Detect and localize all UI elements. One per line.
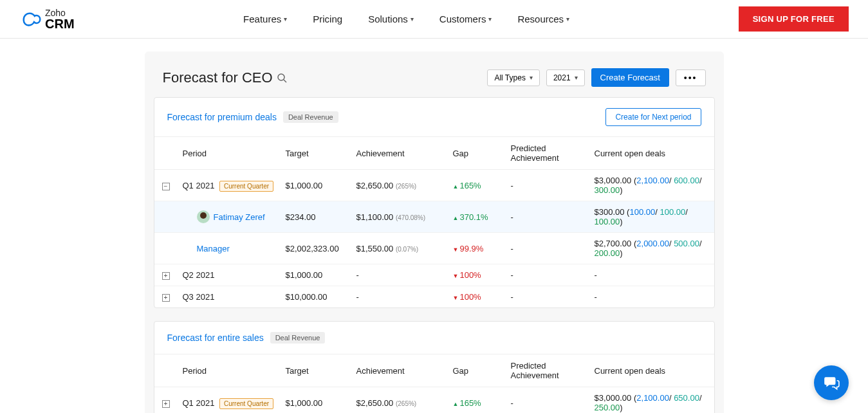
column-header: Target	[281, 137, 351, 170]
predicted-value: -	[506, 233, 589, 264]
chevron-down-icon: ▾	[575, 74, 578, 81]
achievement-pct: (0.07%)	[396, 246, 418, 253]
table-row: +Q1 2021 Current Quarter$1,000.00$2,650.…	[154, 387, 714, 414]
open-deal-part[interactable]: 2,100.00	[636, 176, 669, 185]
open-deals-value: $3,000.00 (2,100.00/ 600.00/ 300.00)	[589, 170, 714, 201]
open-deal-part[interactable]: 2,000.00	[636, 239, 669, 248]
chat-fab[interactable]	[814, 365, 849, 400]
open-deal-part[interactable]: 100.00	[660, 207, 685, 217]
column-header: Achievement	[351, 137, 448, 170]
target-value: $1,000.00	[281, 387, 351, 414]
nav-pricing[interactable]: Pricing	[313, 14, 342, 24]
predicted-value: -	[506, 264, 589, 286]
table-row: Fatimay Zeref$234.00$1,100.00 (470.08%) …	[154, 201, 714, 233]
column-header: Target	[281, 354, 351, 387]
table-row: Manager$2,002,323.00$1,550.00 (0.07%) 99…	[154, 233, 714, 264]
target-value: $10,000.00	[281, 286, 351, 308]
nav-customers[interactable]: Customers▾	[439, 14, 492, 24]
nav-links: Features▾ Pricing Solutions▾ Customers▾ …	[243, 14, 569, 24]
column-header: Current open deals	[589, 354, 714, 387]
open-deal-part[interactable]: 100.00	[595, 217, 620, 226]
card-title[interactable]: Forecast for premium deals	[167, 112, 277, 122]
forecast-card: Forecast for premium dealsDeal RevenueCr…	[154, 97, 715, 308]
period-label: Q1 2021	[183, 181, 215, 190]
collapse-icon[interactable]: −	[162, 183, 170, 190]
expand-icon[interactable]: +	[162, 400, 170, 408]
period-label: Q2 2021	[183, 270, 215, 280]
chevron-down-icon: ▾	[488, 15, 492, 23]
open-deal-part[interactable]: 600.00	[674, 176, 699, 185]
person-link[interactable]: Fatimay Zeref	[214, 212, 265, 222]
chevron-down-icon: ▾	[284, 15, 287, 23]
column-header: Predicted Achievement	[506, 137, 589, 170]
gap-value: 100%	[453, 292, 481, 302]
manager-link[interactable]: Manager	[197, 244, 230, 253]
card-title[interactable]: Forecast for entire sales	[167, 333, 264, 343]
open-deal-part[interactable]: 200.00	[595, 248, 620, 258]
chevron-down-icon: ▾	[411, 15, 414, 23]
open-deal-part[interactable]: 500.00	[674, 239, 699, 248]
filter-type-dropdown[interactable]: All Types▾	[487, 69, 539, 86]
arrow-up-icon	[453, 212, 459, 222]
predicted-value: -	[506, 387, 589, 414]
expand-icon[interactable]: +	[162, 294, 170, 302]
achievement-value: -	[351, 286, 448, 308]
predicted-value: -	[506, 170, 589, 201]
column-header: Period	[178, 354, 281, 387]
arrow-up-icon	[453, 181, 459, 190]
gap-value: 165%	[453, 398, 481, 408]
signup-button[interactable]: SIGN UP FOR FREE	[739, 6, 849, 32]
nav-resources[interactable]: Resources▾	[517, 14, 569, 24]
achievement-value: $2,650.00 (265%)	[351, 170, 448, 201]
gap-value: 370.1%	[453, 212, 488, 222]
target-value: $2,002,323.00	[281, 233, 351, 264]
column-header: Predicted Achievement	[506, 354, 589, 387]
chevron-down-icon: ▾	[566, 15, 569, 23]
forecast-card: Forecast for entire salesDeal RevenuePer…	[154, 321, 715, 413]
forecast-table: PeriodTargetAchievementGapPredicted Achi…	[154, 354, 714, 413]
more-menu-button[interactable]: •••	[676, 69, 706, 86]
open-deal-part[interactable]: 300.00	[595, 185, 620, 195]
column-header: Gap	[448, 137, 506, 170]
predicted-value: -	[506, 201, 589, 233]
open-deal-part[interactable]: 650.00	[674, 393, 699, 403]
achievement-value: -	[351, 264, 448, 286]
open-deal-part[interactable]: 100.00	[629, 207, 655, 217]
create-next-period-button[interactable]: Create for Next period	[605, 108, 701, 126]
open-deal-part[interactable]: 2,100.00	[636, 393, 669, 403]
gap-value: 99.9%	[453, 244, 484, 253]
revenue-tag: Deal Revenue	[270, 332, 326, 344]
predicted-value: -	[506, 286, 589, 308]
table-row: −Q1 2021 Current Quarter$1,000.00$2,650.…	[154, 170, 714, 201]
search-icon[interactable]	[277, 73, 287, 83]
logo-icon	[19, 10, 41, 28]
achievement-value: $2,650.00 (265%)	[351, 387, 448, 414]
chat-icon	[823, 374, 840, 391]
gap-value: 100%	[453, 270, 481, 280]
revenue-tag: Deal Revenue	[283, 111, 338, 123]
top-nav: Zoho CRM Features▾ Pricing Solutions▾ Cu…	[0, 0, 868, 39]
target-value: $234.00	[281, 201, 351, 233]
arrow-down-icon	[453, 270, 459, 280]
current-quarter-badge: Current Quarter	[219, 398, 273, 409]
achievement-pct: (265%)	[396, 183, 416, 190]
table-row: +Q3 2021$10,000.00- 100%--	[154, 286, 714, 308]
filter-year-dropdown[interactable]: 2021▾	[546, 69, 585, 86]
open-deals-value: $3,000.00 (2,100.00/ 650.00/ 250.00)	[589, 387, 714, 414]
achievement-pct: (470.08%)	[396, 214, 425, 221]
nav-features[interactable]: Features▾	[243, 14, 287, 24]
forecast-panel: Forecast for CEO All Types▾ 2021▾ Create…	[145, 51, 724, 413]
create-forecast-button[interactable]: Create Forecast	[591, 68, 669, 87]
page-title: Forecast for CEO	[163, 69, 287, 86]
open-deals-value: $300.00 (100.00/ 100.00/ 100.00)	[589, 201, 714, 233]
svg-line-1	[284, 80, 286, 82]
open-deals-value: -	[589, 264, 714, 286]
nav-solutions[interactable]: Solutions▾	[368, 14, 414, 24]
open-deal-part[interactable]: 250.00	[595, 403, 620, 412]
achievement-value: $1,550.00 (0.07%)	[351, 233, 448, 264]
period-label: Q3 2021	[183, 292, 215, 302]
brand-logo[interactable]: Zoho CRM	[19, 8, 75, 30]
arrow-down-icon	[453, 244, 459, 253]
achievement-pct: (265%)	[396, 400, 416, 407]
expand-icon[interactable]: +	[162, 272, 170, 280]
